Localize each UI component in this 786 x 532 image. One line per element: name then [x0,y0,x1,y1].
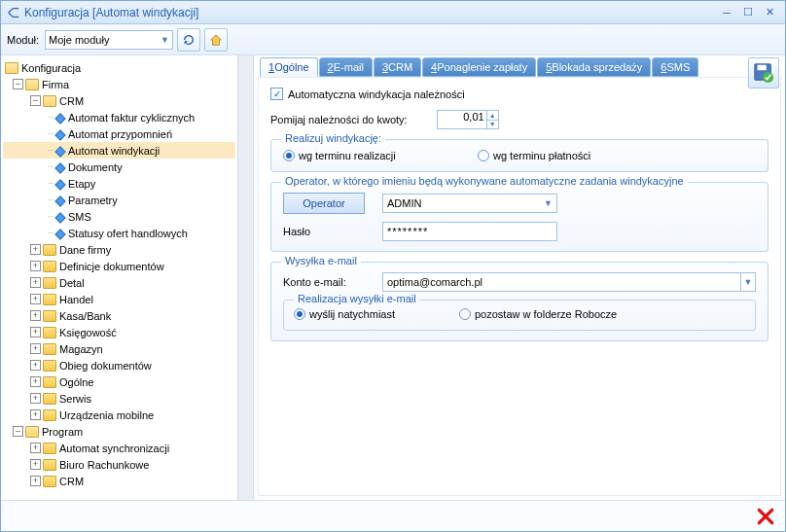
expand-icon[interactable]: + [30,409,41,420]
tree-folder[interactable]: +Definicje dokumentów [3,258,235,274]
close-window-button[interactable]: ✕ [760,5,779,20]
tree-folder[interactable]: +Obieg dokumentów [3,357,235,373]
expand-icon[interactable]: + [30,294,41,304]
folder-open-icon [25,426,39,438]
save-floppy-button[interactable] [748,57,779,89]
folder-open-icon [43,95,56,107]
expand-icon[interactable]: + [30,360,41,371]
chevron-down-icon: ▼ [161,35,169,45]
tree-folder[interactable]: +Dane firmy [3,241,235,258]
tree-folder[interactable]: +Księgowość [3,324,235,340]
tree-leaf[interactable]: ┈Etapy [3,175,235,192]
tree-scrollbar[interactable] [237,55,253,500]
expand-icon[interactable]: + [30,459,41,470]
home-button[interactable] [204,28,228,52]
tree-program[interactable]: – Program [3,423,235,440]
folder-icon [43,393,56,405]
password-label: Hasło [283,226,382,237]
diamond-icon [54,212,65,223]
tree-folder[interactable]: +Kasa/Bank [3,307,235,324]
tree-folder[interactable]: +CRM [3,473,235,489]
window-title: Konfiguracja [Automat windykacji] [24,6,198,19]
expand-icon[interactable]: + [30,327,41,337]
operator-picker-button[interactable]: Operator [283,193,365,214]
tree-folder[interactable]: +Ogólne [3,373,235,390]
tab-general[interactable]: 1 Ogólne [260,57,318,77]
tree-leaf[interactable]: ┈Automat faktur cyklicznych [3,109,235,125]
tree-folder[interactable]: +Handel [3,291,235,307]
email-account-select[interactable]: optima@comarch.pl [382,272,741,292]
tree-folder[interactable]: +Urządzenia mobilne [3,407,235,423]
expand-icon[interactable]: + [30,310,41,321]
tree-folder[interactable]: +Magazyn [3,340,235,357]
refresh-button[interactable] [177,28,200,52]
email-account-dropdown[interactable]: ▼ [740,272,756,292]
expand-icon[interactable]: + [30,277,41,288]
folder-icon [43,376,56,388]
footer [1,500,785,531]
collapse-icon[interactable]: – [30,95,41,106]
diamond-icon [54,229,65,239]
tree-leaf[interactable]: ┈Automat przypomnień [3,125,235,142]
toolbar: Moduł: Moje moduły ▼ [1,24,785,55]
radio-send-now[interactable] [294,308,305,320]
expand-icon[interactable]: + [30,376,41,387]
close-icon [756,507,775,526]
minimize-button[interactable]: ─ [717,5,736,20]
config-tree[interactable]: Konfiguracja – Firma – CRM ┈Automat fakt… [1,55,237,500]
tab-sms[interactable]: 6 SMS [652,57,698,77]
details-pane: 1 Ogólne 2 E-mail 3 CRM 4 Ponaglenie zap… [254,55,785,500]
group-email-legend: Wysyłka e-mail [281,255,361,266]
tree-leaf[interactable]: ┈SMS [3,208,235,225]
collapse-icon[interactable]: – [13,79,23,89]
tree-firma[interactable]: – Firma [3,76,235,92]
tab-email[interactable]: 2 E-mail [319,57,373,77]
general-panel: ✓ Automatyczna windykacja należności Pom… [258,77,781,496]
auto-debt-checkbox[interactable]: ✓ [270,88,283,100]
expand-icon[interactable]: + [30,476,41,486]
tab-crm[interactable]: 3 CRM [374,57,421,77]
folder-icon [43,294,56,305]
tree-crm[interactable]: – CRM [3,92,235,109]
expand-icon[interactable]: + [30,393,41,404]
tree-leaf-selected[interactable]: ┈Automat windykacji [3,142,235,159]
module-label: Moduł: [7,34,39,46]
tree-folder[interactable]: +Detal [3,274,235,291]
expand-icon[interactable]: + [30,261,41,271]
tree-leaf[interactable]: ┈Dokumenty [3,159,235,175]
expand-icon[interactable]: + [30,244,41,255]
tree-folder[interactable]: +Biuro Rachunkowe [3,456,235,473]
expand-icon[interactable]: + [30,443,41,453]
radio-term-real[interactable] [283,150,295,161]
folder-icon [43,261,56,272]
tree-folder[interactable]: +Automat synchronizacji [3,440,235,456]
tab-reminder[interactable]: 4 Ponaglenie zapłaty [422,57,536,77]
tree-leaf[interactable]: ┈Statusy ofert handlowych [3,225,235,241]
content-area: Konfiguracja – Firma – CRM ┈Automat fakt… [1,55,785,500]
folder-icon [43,409,56,421]
folder-icon [43,476,56,487]
diamond-icon [54,129,65,140]
module-combo[interactable]: Moje moduły ▼ [45,30,173,50]
home-icon [209,33,223,47]
skip-amount-input[interactable]: 0,01 ▲▼ [437,110,499,129]
password-input[interactable]: ******** [382,222,557,241]
expand-icon[interactable]: + [30,343,41,354]
maximize-button[interactable]: ☐ [738,5,758,20]
floppy-check-icon [753,62,774,84]
spinner-buttons[interactable]: ▲▼ [486,111,498,128]
group-email: Wysyłka e-mail Konto e-mail: optima@coma… [270,262,768,341]
close-button[interactable] [754,505,777,528]
radio-send-draft[interactable] [459,308,471,320]
operator-select[interactable]: ADMIN ▼ [382,194,557,213]
tab-block[interactable]: 5 Blokada sprzedaży [537,57,651,77]
tree-folder[interactable]: +Serwis [3,390,235,407]
email-account-label: Konto e-mail: [283,276,382,288]
radio-term-plat[interactable] [478,150,489,161]
svg-rect-1 [758,65,767,71]
folder-icon [43,277,56,289]
folder-icon [43,443,56,454]
tree-root[interactable]: Konfiguracja [3,59,235,76]
collapse-icon[interactable]: – [13,426,23,437]
tree-leaf[interactable]: ┈Parametry [3,192,235,208]
